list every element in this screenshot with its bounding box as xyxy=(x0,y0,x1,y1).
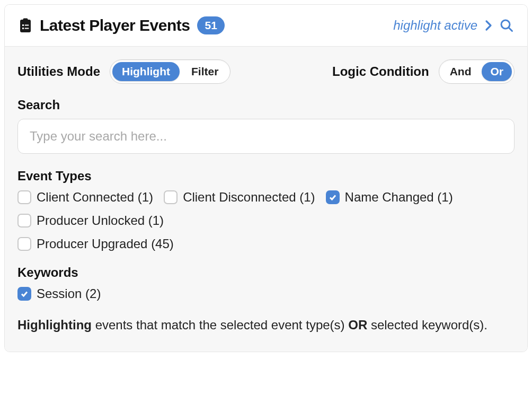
event-types-label: Event Types xyxy=(17,169,515,183)
panel-header-right: highlight active xyxy=(393,18,513,33)
checkbox-name-changed[interactable]: Name Changed (1) xyxy=(326,190,453,205)
search-icon[interactable] xyxy=(500,19,513,32)
checkbox-box xyxy=(164,190,178,204)
svg-rect-0 xyxy=(20,20,31,32)
panel-header-left: Latest Player Events 51 xyxy=(19,16,225,34)
checkbox-box xyxy=(17,214,31,228)
svg-rect-3 xyxy=(25,25,29,26)
search-input[interactable] xyxy=(17,119,515,154)
logic-or[interactable]: Or xyxy=(482,62,512,81)
search-label: Search xyxy=(17,98,515,112)
summary-text: Highlighting events that match the selec… xyxy=(17,315,515,335)
checkbox-label: Producer Unlocked (1) xyxy=(37,213,164,228)
clipboard-icon xyxy=(19,18,32,33)
checkbox-box xyxy=(17,237,31,251)
checkbox-client-connected[interactable]: Client Connected (1) xyxy=(17,190,153,205)
controls-row: Utilities Mode Highlight Filter Logic Co… xyxy=(17,59,515,84)
checkbox-producer-unlocked[interactable]: Producer Unlocked (1) xyxy=(17,213,164,228)
logic-condition-group: Logic Condition And Or xyxy=(332,59,515,84)
checkbox-session[interactable]: Session (2) xyxy=(17,286,515,301)
status-text: highlight active xyxy=(393,18,477,33)
panel-title: Latest Player Events xyxy=(40,16,190,34)
summary-or: OR xyxy=(348,318,367,332)
utilities-mode-group: Utilities Mode Highlight Filter xyxy=(17,59,230,84)
svg-rect-1 xyxy=(23,19,28,22)
utilities-mode-segmented: Highlight Filter xyxy=(110,59,230,84)
panel-header: Latest Player Events 51 highlight active xyxy=(5,5,527,47)
events-panel: Latest Player Events 51 highlight active… xyxy=(4,4,528,352)
checkbox-box xyxy=(17,287,31,301)
utilities-mode-filter[interactable]: Filter xyxy=(182,62,228,81)
checkbox-label: Producer Upgraded (45) xyxy=(37,237,174,251)
svg-line-7 xyxy=(509,28,512,31)
keywords-label: Keywords xyxy=(17,265,515,280)
utilities-mode-highlight[interactable]: Highlight xyxy=(112,62,180,81)
checkbox-label: Client Disconnected (1) xyxy=(183,190,315,205)
logic-and[interactable]: And xyxy=(441,62,480,81)
utilities-mode-label: Utilities Mode xyxy=(17,64,100,79)
count-badge: 51 xyxy=(197,16,224,34)
checkbox-producer-upgraded[interactable]: Producer Upgraded (45) xyxy=(17,237,515,251)
checkbox-label: Session (2) xyxy=(37,286,101,301)
svg-rect-5 xyxy=(25,28,29,29)
panel-body: Utilities Mode Highlight Filter Logic Co… xyxy=(5,47,527,352)
summary-prefix: Highlighting xyxy=(17,318,92,332)
event-types-group: Client Connected (1) Client Disconnected… xyxy=(17,190,515,251)
chevron-right-icon[interactable] xyxy=(485,20,492,31)
checkbox-box xyxy=(326,190,340,204)
svg-rect-2 xyxy=(22,24,24,26)
svg-rect-4 xyxy=(22,28,24,29)
keywords-group: Session (2) xyxy=(17,286,515,301)
logic-condition-label: Logic Condition xyxy=(332,64,429,79)
checkbox-label: Client Connected (1) xyxy=(37,190,153,205)
checkbox-client-disconnected[interactable]: Client Disconnected (1) xyxy=(164,190,315,205)
checkbox-box xyxy=(17,190,31,204)
summary-mid: events that match the selected event typ… xyxy=(92,318,348,332)
summary-suffix: selected keyword(s). xyxy=(367,318,487,332)
logic-condition-segmented: And Or xyxy=(439,59,515,84)
checkbox-label: Name Changed (1) xyxy=(345,190,453,205)
